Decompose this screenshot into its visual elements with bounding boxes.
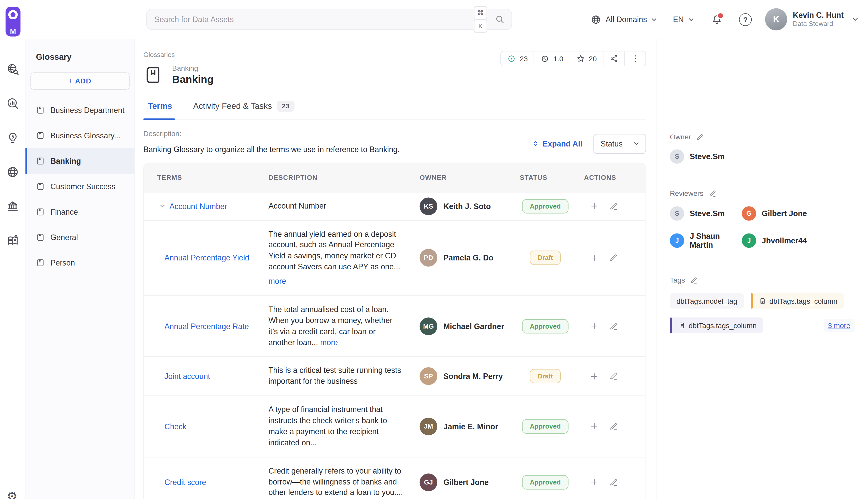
table-row: Annual Percentage YieldThe annual yield … bbox=[144, 220, 645, 295]
reviewers-section: Reviewers SSteve.SmGGilbert JoneJJ Shaun… bbox=[670, 189, 855, 250]
top-bar: M ⌘K All Domains EN bbox=[0, 0, 868, 39]
journal-bookmark-icon bbox=[36, 182, 45, 191]
glossary-sidebar: Glossary + ADD Business DepartmentBusine… bbox=[25, 39, 135, 499]
term-link[interactable]: Account Number bbox=[169, 202, 227, 210]
add-child-term-button[interactable] bbox=[590, 253, 599, 263]
table-row: Annual Percentage RateThe total annualis… bbox=[144, 295, 645, 356]
domains-label: All Domains bbox=[606, 15, 647, 24]
domains-nav-icon[interactable] bbox=[6, 165, 19, 179]
followers-button[interactable]: 23 bbox=[501, 51, 534, 66]
star-button[interactable]: 20 bbox=[569, 51, 603, 66]
term-link[interactable]: Annual Percentage Yield bbox=[164, 254, 249, 263]
notifications-button[interactable] bbox=[712, 14, 722, 25]
reviewer-item[interactable]: JJbvollmer44 bbox=[742, 232, 855, 250]
owner-name: Keith J. Soto bbox=[443, 202, 491, 210]
govern-nav-icon[interactable] bbox=[6, 200, 19, 213]
edit-term-button[interactable] bbox=[609, 322, 618, 331]
tag-chip[interactable]: dbtTags.tags_column bbox=[751, 293, 844, 309]
notification-badge-dot bbox=[717, 12, 724, 19]
status-badge: Draft bbox=[530, 369, 561, 384]
term-expand-caret-icon[interactable] bbox=[159, 203, 166, 209]
edit-term-button[interactable] bbox=[609, 202, 618, 210]
table-row: Credit scoreCredit generally refers to y… bbox=[144, 457, 645, 499]
add-glossary-button[interactable]: + ADD bbox=[31, 72, 130, 89]
top-bar-right: All Domains EN ? K bbox=[591, 0, 859, 39]
sidebar-item-label: Person bbox=[50, 258, 75, 267]
owner-person[interactable]: SSteve.Sm bbox=[670, 149, 855, 164]
sidebar-item-business-glossary[interactable]: Business Glossary... bbox=[25, 123, 134, 148]
edit-reviewers-icon[interactable] bbox=[709, 190, 716, 197]
avatar: J bbox=[670, 233, 684, 248]
shortcut-key-k: K bbox=[474, 19, 487, 33]
column-header-status: STATUS bbox=[513, 163, 577, 192]
tags-row: dbtTags.model_tagdbtTags.tags_column bbox=[670, 293, 855, 309]
sidebar-item-label: Finance bbox=[50, 208, 78, 217]
tab-activity-feed[interactable]: Activity Feed & Tasks 23 bbox=[193, 100, 294, 111]
sidebar-item-general[interactable]: General bbox=[25, 224, 134, 250]
term-description: Account Number bbox=[269, 201, 326, 210]
status-filter-select[interactable]: Status bbox=[593, 134, 646, 154]
language-dropdown[interactable]: EN bbox=[673, 15, 695, 24]
share-button[interactable] bbox=[603, 51, 625, 66]
tab-terms[interactable]: Terms bbox=[148, 101, 172, 111]
insights-nav-icon[interactable] bbox=[6, 131, 19, 144]
avatar: JM bbox=[419, 418, 437, 435]
global-search-bar[interactable]: ⌘K bbox=[146, 9, 512, 30]
reviewer-item[interactable]: GGilbert Jone bbox=[742, 206, 855, 221]
avatar: GJ bbox=[419, 473, 437, 491]
chevron-down-icon bbox=[633, 140, 640, 147]
edit-term-button[interactable] bbox=[609, 254, 618, 263]
add-child-term-button[interactable] bbox=[590, 477, 599, 487]
table-row: Account NumberAccount NumberKSKeith J. S… bbox=[144, 192, 645, 220]
journal-bookmark-icon bbox=[36, 233, 45, 242]
sidebar-item-banking[interactable]: Banking bbox=[25, 148, 134, 174]
edit-owner-icon[interactable] bbox=[696, 133, 704, 141]
reviewer-item[interactable]: SSteve.Sm bbox=[670, 206, 742, 221]
sidebar-item-finance[interactable]: Finance bbox=[25, 199, 134, 224]
tab-bar: Terms Activity Feed & Tasks 23 bbox=[143, 100, 646, 119]
right-panel: Owner SSteve.Sm Reviewers SSteve.SmGGilb… bbox=[656, 39, 868, 499]
add-child-term-button[interactable] bbox=[590, 372, 599, 381]
help-button[interactable]: ? bbox=[739, 13, 752, 26]
search-input[interactable] bbox=[153, 14, 471, 24]
app-window: M ⌘K All Domains EN bbox=[0, 0, 868, 499]
reviewer-name: J Shaun Martin bbox=[690, 232, 742, 250]
more-actions-button[interactable]: ⋮ bbox=[625, 51, 645, 66]
term-link[interactable]: Check bbox=[164, 422, 186, 431]
sidebar-item-business-department[interactable]: Business Department bbox=[25, 97, 134, 123]
user-avatar[interactable]: K bbox=[765, 8, 787, 31]
edit-term-button[interactable] bbox=[609, 478, 618, 487]
column-header-description: DESCRIPTION bbox=[262, 163, 413, 192]
edit-term-button[interactable] bbox=[609, 372, 618, 381]
user-menu-chevron-icon[interactable] bbox=[852, 15, 859, 23]
more-tags-link[interactable]: 3 more bbox=[823, 319, 855, 332]
domains-dropdown[interactable]: All Domains bbox=[591, 14, 657, 24]
tags-row: dbtTags.tags_column3 more bbox=[670, 317, 855, 333]
kebab-menu-icon: ⋮ bbox=[631, 54, 639, 64]
sidebar-item-person[interactable]: Person bbox=[25, 250, 134, 276]
edit-term-button[interactable] bbox=[609, 422, 618, 431]
term-link[interactable]: Joint account bbox=[164, 372, 210, 381]
add-child-term-button[interactable] bbox=[590, 321, 599, 331]
term-link[interactable]: Annual Percentage Rate bbox=[164, 322, 249, 331]
explore-nav-icon[interactable] bbox=[6, 63, 19, 76]
tag-chip[interactable]: dbtTags.tags_column bbox=[670, 317, 763, 333]
sidebar-item-customer-success[interactable]: Customer Success bbox=[25, 174, 134, 199]
version-button[interactable]: 1.0 bbox=[534, 51, 569, 66]
tag-chip[interactable]: dbtTags.model_tag bbox=[670, 293, 744, 309]
glossary-nav-icon[interactable] bbox=[6, 234, 19, 247]
star-count: 20 bbox=[589, 54, 597, 63]
openmetadata-logo[interactable]: M bbox=[5, 7, 21, 36]
edit-tags-icon[interactable] bbox=[690, 276, 698, 284]
more-link[interactable]: more bbox=[269, 277, 286, 285]
term-link[interactable]: Credit score bbox=[164, 478, 206, 487]
search-icon[interactable] bbox=[495, 14, 505, 24]
more-link[interactable]: more bbox=[320, 338, 338, 346]
settings-icon[interactable]: ⚙ bbox=[7, 490, 17, 499]
avatar: S bbox=[670, 206, 684, 221]
add-child-term-button[interactable] bbox=[590, 422, 599, 431]
reviewer-item[interactable]: JJ Shaun Martin bbox=[670, 232, 742, 250]
expand-all-button[interactable]: Expand All bbox=[532, 139, 582, 148]
observability-nav-icon[interactable] bbox=[6, 97, 19, 110]
add-child-term-button[interactable] bbox=[590, 202, 599, 211]
